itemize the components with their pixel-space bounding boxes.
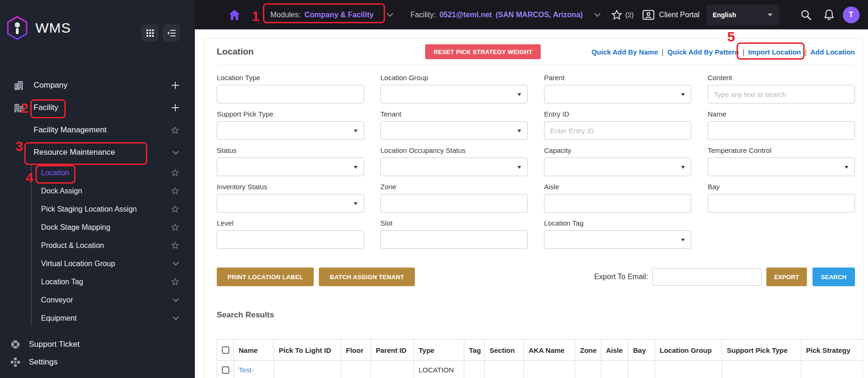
support-pick-type-select[interactable] bbox=[217, 121, 364, 140]
reset-pick-strategy-weight-button[interactable]: RESET PICK STRATEGY WEIGHT bbox=[425, 44, 541, 59]
name-input[interactable] bbox=[708, 121, 855, 140]
tenant-select[interactable] bbox=[380, 121, 528, 140]
sidebar-item-dock-stage-mapping[interactable]: Dock Stage Mapping bbox=[0, 218, 195, 236]
sidebar: WMS bbox=[0, 0, 195, 378]
sidebar-item-pick-staging-location-assign[interactable]: Pick Staging Location Assign bbox=[0, 200, 195, 218]
favorite-star-icon[interactable] bbox=[171, 169, 179, 177]
field-label: Temperature Control bbox=[708, 146, 855, 154]
sidebar-item-label: Product & Location bbox=[41, 241, 104, 250]
sidebar-item-resource-maintenance[interactable]: Resource Maintenance bbox=[0, 141, 195, 164]
tenant-field: Tenant bbox=[380, 110, 528, 140]
language-dropdown[interactable]: English bbox=[706, 5, 779, 25]
sidebar-menu: Company Facility Facilit bbox=[0, 74, 195, 325]
sidebar-item-location[interactable]: Location bbox=[0, 164, 195, 182]
level-input[interactable] bbox=[217, 230, 364, 249]
home-icon[interactable] bbox=[228, 9, 241, 21]
sidebar-item-location-tag[interactable]: Location Tag bbox=[0, 273, 195, 291]
caret-down-icon bbox=[845, 166, 848, 169]
column-header: Pick To Light ID bbox=[274, 340, 341, 361]
zone-input[interactable] bbox=[380, 194, 528, 213]
sidebar-item-company[interactable]: Company bbox=[0, 74, 195, 96]
sidebar-item-conveyor[interactable]: Conveyor bbox=[0, 291, 195, 309]
bay-input[interactable] bbox=[708, 194, 855, 213]
plus-icon[interactable] bbox=[172, 104, 179, 111]
chevron-down-icon[interactable] bbox=[594, 13, 601, 17]
filter-form: Location Type Location Group Parent Cont… bbox=[217, 74, 855, 249]
sidebar-item-dock-assign[interactable]: Dock Assign bbox=[0, 182, 195, 200]
favorite-star-icon[interactable] bbox=[171, 278, 179, 286]
caret-down-icon bbox=[681, 239, 685, 241]
modules-selector[interactable]: Modules: Company & Facility bbox=[264, 6, 380, 24]
support-pick-type-field: Support Pick Type bbox=[217, 110, 364, 140]
aisle-input[interactable] bbox=[544, 194, 691, 213]
column-header: Name bbox=[234, 340, 274, 361]
sidebar-item-label: Equipment bbox=[41, 314, 77, 323]
sidebar-item-facility-management[interactable]: Facility Management bbox=[0, 119, 195, 141]
notifications-bell-icon[interactable] bbox=[824, 9, 834, 21]
sidebar-item-facility[interactable]: Facility bbox=[0, 96, 195, 119]
entry-id-input[interactable] bbox=[544, 121, 691, 140]
location-type-input[interactable] bbox=[217, 85, 364, 103]
caret-down-icon bbox=[681, 93, 685, 96]
inventory-status-select[interactable] bbox=[217, 194, 364, 213]
content-input[interactable] bbox=[708, 85, 855, 103]
location-occupancy-status-field: Location Occupancy Status bbox=[380, 146, 528, 176]
collapse-menu-icon bbox=[167, 29, 176, 37]
field-label: Name bbox=[708, 110, 855, 118]
table-cell bbox=[464, 361, 485, 378]
export-email-input[interactable] bbox=[652, 268, 762, 286]
plus-icon[interactable] bbox=[172, 82, 179, 89]
search-icon[interactable] bbox=[800, 9, 812, 21]
sidebar-item-support-ticket[interactable]: Support Ticket bbox=[0, 336, 195, 353]
export-button[interactable]: EXPORT bbox=[766, 268, 807, 286]
add-location-link[interactable]: Add Location bbox=[810, 48, 855, 56]
row-checkbox[interactable] bbox=[222, 366, 229, 374]
collapse-sidebar-button[interactable] bbox=[163, 24, 180, 41]
chevron-down-icon[interactable] bbox=[386, 13, 393, 17]
import-location-link[interactable]: Import Location bbox=[748, 48, 801, 56]
contact-card-icon[interactable] bbox=[642, 10, 654, 20]
field-label: Entry ID bbox=[544, 110, 691, 118]
status-select[interactable] bbox=[217, 158, 364, 176]
user-avatar[interactable]: T bbox=[843, 7, 860, 23]
location-tag-select[interactable] bbox=[544, 230, 691, 249]
apps-grid-button[interactable] bbox=[141, 24, 158, 41]
favorite-star-icon[interactable] bbox=[171, 187, 179, 195]
resource-maintenance-submenu: Location Dock Assign Pick Staging Locati… bbox=[0, 164, 195, 325]
column-header: Parent ID bbox=[371, 340, 414, 361]
inventory-status-field: Inventory Status bbox=[217, 183, 364, 213]
field-label: Location Type bbox=[217, 74, 364, 82]
quick-add-by-name-link[interactable]: Quick Add By Name bbox=[592, 48, 658, 56]
grid-icon bbox=[146, 29, 154, 37]
field-label: Location Occupancy Status bbox=[380, 146, 528, 154]
select-all-checkbox[interactable] bbox=[222, 346, 229, 354]
favorite-star-icon[interactable] bbox=[171, 126, 179, 134]
batch-assign-tenant-button[interactable]: BATCH ASSIGN TENANT bbox=[319, 268, 415, 286]
sidebar-item-product-and-location[interactable]: Product & Location bbox=[0, 236, 195, 254]
sidebar-item-virtual-location-group[interactable]: Virtual Location Group bbox=[0, 254, 195, 273]
location-name-link[interactable]: Test- bbox=[239, 366, 254, 374]
parent-select[interactable] bbox=[544, 85, 691, 103]
field-label: Level bbox=[217, 219, 364, 227]
favorites-button[interactable]: (2) bbox=[611, 9, 634, 21]
sidebar-item-label: Resource Maintenance bbox=[34, 148, 115, 157]
favorite-star-icon[interactable] bbox=[171, 223, 179, 231]
temperature-control-select[interactable] bbox=[708, 158, 855, 176]
facility-selector[interactable]: Facility: 0521@teml.net (SAN MARCOS, Ari… bbox=[410, 11, 583, 19]
slot-input[interactable] bbox=[380, 230, 528, 249]
favorite-star-icon[interactable] bbox=[171, 205, 179, 213]
client-portal-link[interactable]: Client Portal bbox=[659, 11, 700, 19]
capacity-select[interactable] bbox=[544, 158, 691, 176]
sidebar-item-equipment[interactable]: Equipment bbox=[0, 309, 195, 325]
field-label: Content bbox=[708, 74, 855, 82]
search-button[interactable]: SEARCH bbox=[813, 268, 855, 286]
location-group-select[interactable] bbox=[380, 85, 528, 103]
sidebar-item-label: Settings bbox=[29, 357, 57, 367]
quick-links: Quick Add By Name | Quick Add By Pattern… bbox=[592, 48, 855, 56]
sidebar-item-settings[interactable]: Settings bbox=[0, 353, 195, 371]
field-label: Zone bbox=[380, 183, 528, 191]
favorite-star-icon[interactable] bbox=[171, 241, 179, 249]
quick-add-by-pattern-link[interactable]: Quick Add By Pattern bbox=[667, 48, 739, 56]
print-location-label-button[interactable]: PRINT LOCATION LABEL bbox=[217, 268, 314, 286]
location-occupancy-status-select[interactable] bbox=[380, 158, 528, 176]
